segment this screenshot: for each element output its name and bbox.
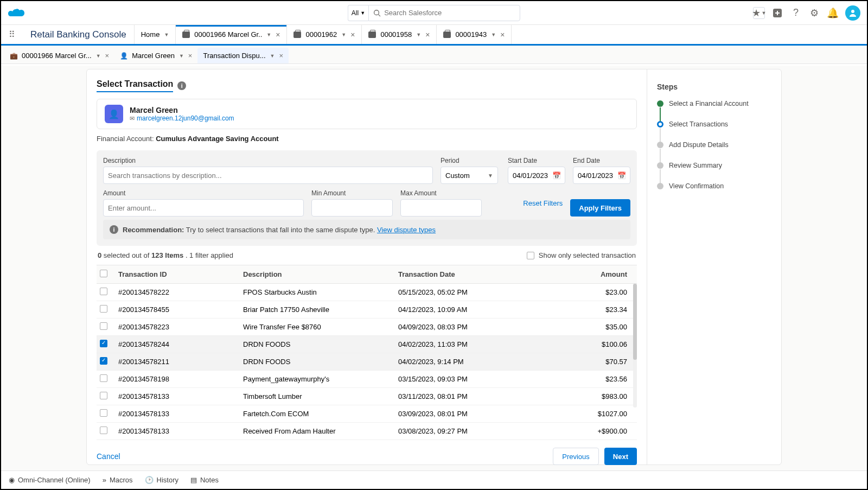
cell-id: #200134578455 bbox=[115, 306, 240, 314]
setup-gear-icon[interactable]: ⚙ bbox=[808, 7, 820, 19]
close-icon[interactable]: × bbox=[276, 30, 280, 39]
app-launcher-icon[interactable]: ⠿ bbox=[1, 25, 23, 44]
nav-tab[interactable]: 00001966 Marcel Gr..▼× bbox=[176, 25, 287, 44]
svg-point-3 bbox=[851, 10, 854, 13]
omni-channel-button[interactable]: ◉Omni-Channel (Online) bbox=[9, 476, 91, 484]
help-icon[interactable]: ? bbox=[790, 7, 802, 19]
cell-desc: FPOS Starbucks Austin bbox=[240, 288, 395, 296]
chevron-down-icon[interactable]: ▼ bbox=[179, 53, 184, 59]
row-checkbox[interactable] bbox=[100, 322, 107, 330]
history-button[interactable]: 🕑History bbox=[145, 476, 178, 484]
previous-button[interactable]: Previous bbox=[553, 448, 599, 465]
end-date-input[interactable]: 04/01/2023📅 bbox=[573, 167, 630, 184]
apply-filters-button[interactable]: Apply Filters bbox=[570, 199, 630, 217]
cell-date: 04/09/2023, 08:03 PM bbox=[395, 323, 525, 331]
step-item[interactable]: Review Summary bbox=[657, 162, 771, 182]
row-checkbox[interactable] bbox=[100, 427, 107, 434]
col-transaction-id[interactable]: Transaction ID bbox=[115, 270, 240, 278]
cell-amount: $23.34 bbox=[525, 306, 637, 314]
row-checkbox[interactable] bbox=[100, 288, 107, 295]
subtab[interactable]: 👤Marcel Green▼× bbox=[114, 48, 197, 63]
subtab-label: Marcel Green bbox=[132, 52, 175, 60]
selection-bar: 0 selected out of 123 Items . 1 filter a… bbox=[97, 246, 637, 265]
search-box[interactable] bbox=[368, 5, 520, 21]
row-checkbox[interactable] bbox=[100, 340, 107, 347]
next-button[interactable]: Next bbox=[604, 448, 637, 465]
amount-input[interactable] bbox=[103, 199, 304, 217]
cell-id: #200134578133 bbox=[115, 410, 240, 418]
close-icon[interactable]: × bbox=[105, 52, 110, 60]
end-date-label: End Date bbox=[573, 157, 630, 164]
close-icon[interactable]: × bbox=[500, 30, 505, 39]
step-item[interactable]: View Confirmation bbox=[657, 182, 771, 190]
row-checkbox[interactable] bbox=[100, 305, 107, 313]
col-amount[interactable]: Amount bbox=[525, 270, 637, 278]
section-title: Select Transaction i bbox=[97, 79, 637, 92]
table-row[interactable]: #200134578223Wire Transfer Fee $876004/0… bbox=[97, 319, 637, 336]
history-icon: 🕑 bbox=[145, 476, 154, 484]
chevron-down-icon[interactable]: ▼ bbox=[270, 53, 275, 59]
notifications-bell-icon[interactable]: 🔔 bbox=[827, 7, 839, 19]
reset-filters-link[interactable]: Reset Filters bbox=[523, 199, 563, 207]
step-item[interactable]: Add Dispute Details bbox=[657, 141, 771, 162]
subtab[interactable]: Transaction Dispu...▼× bbox=[197, 48, 289, 63]
search-icon bbox=[373, 9, 381, 17]
close-icon[interactable]: × bbox=[425, 30, 430, 39]
macros-button[interactable]: »Macros bbox=[103, 476, 133, 484]
table-row[interactable]: #200134578133Fartetch.Com ECOM03/09/2023… bbox=[97, 405, 637, 423]
add-button[interactable] bbox=[771, 7, 783, 19]
close-icon[interactable]: × bbox=[350, 30, 355, 39]
table-row[interactable]: #200134578198Payment_gatewaymurphy's03/1… bbox=[97, 371, 637, 388]
table-row[interactable]: #200134578455Briar Patch 17750 Asheville… bbox=[97, 301, 637, 319]
info-icon[interactable]: i bbox=[177, 81, 186, 90]
cancel-link[interactable]: Cancel bbox=[97, 452, 120, 461]
notes-button[interactable]: ▤Notes bbox=[190, 476, 219, 484]
table-row[interactable]: #200134578133Timbersoft Lumber03/11/2023… bbox=[97, 388, 637, 405]
close-icon[interactable]: × bbox=[188, 52, 193, 60]
table-scrollbar[interactable] bbox=[633, 284, 637, 408]
search-input[interactable] bbox=[384, 9, 515, 17]
row-checkbox[interactable] bbox=[100, 392, 107, 399]
period-select[interactable]: Custom▼ bbox=[441, 167, 498, 184]
table-row[interactable]: #200134578222FPOS Starbucks Austin05/15/… bbox=[97, 284, 637, 301]
step-dot-icon bbox=[657, 183, 663, 189]
chevron-down-icon[interactable]: ▼ bbox=[341, 32, 346, 37]
row-checkbox[interactable] bbox=[100, 374, 107, 382]
nav-tab[interactable]: 00001943▼× bbox=[437, 25, 512, 44]
cell-id: #200134578133 bbox=[115, 392, 240, 400]
row-checkbox[interactable] bbox=[100, 409, 107, 417]
nav-tab[interactable]: 00001958▼× bbox=[362, 25, 437, 44]
max-amount-input[interactable] bbox=[400, 199, 482, 217]
subtab[interactable]: 💼00001966 Marcel Gr...▼× bbox=[4, 48, 114, 63]
row-checkbox[interactable] bbox=[100, 357, 107, 365]
start-date-input[interactable]: 04/01/2023📅 bbox=[508, 167, 565, 184]
step-item[interactable]: Select Transactions bbox=[657, 120, 771, 141]
global-header: All▼ ★▼ ? ⚙ 🔔 bbox=[1, 1, 867, 25]
close-icon[interactable]: × bbox=[279, 52, 283, 60]
table-row[interactable]: #200134578133Received From Adam Haulter0… bbox=[97, 423, 637, 440]
customer-email[interactable]: ✉marcelgreen.12jun90@gmail.com bbox=[130, 114, 234, 122]
favorites-button[interactable]: ★▼ bbox=[753, 7, 765, 19]
description-input[interactable] bbox=[103, 167, 433, 184]
step-item[interactable]: Select a Financial Account bbox=[657, 100, 771, 120]
col-description[interactable]: Description bbox=[240, 270, 395, 278]
show-only-selected-toggle[interactable]: Show only selected transaction bbox=[527, 251, 636, 259]
salesforce-logo-icon bbox=[8, 7, 27, 20]
chevron-down-icon[interactable]: ▼ bbox=[491, 32, 496, 37]
view-dispute-types-link[interactable]: View dispute types bbox=[377, 226, 436, 234]
wizard-footer: Cancel Previous Next bbox=[97, 440, 637, 475]
user-avatar[interactable] bbox=[845, 5, 860, 21]
tab-label: 00001966 Marcel Gr.. bbox=[194, 30, 262, 39]
chevron-down-icon[interactable]: ▼ bbox=[266, 32, 271, 37]
table-row[interactable]: #200134578244DRDN FOODS04/02/2023, 11:03… bbox=[97, 336, 637, 353]
nav-tab[interactable]: 00001962▼× bbox=[287, 25, 362, 44]
chevron-down-icon[interactable]: ▼ bbox=[96, 53, 101, 59]
col-date[interactable]: Transaction Date bbox=[395, 270, 525, 278]
nav-home[interactable]: Home▼ bbox=[135, 25, 176, 44]
min-amount-input[interactable] bbox=[311, 199, 393, 217]
min-amount-label: Min Amount bbox=[311, 189, 393, 197]
select-all-checkbox[interactable] bbox=[100, 270, 107, 277]
chevron-down-icon[interactable]: ▼ bbox=[416, 32, 421, 37]
table-row[interactable]: #200134578211DRDN FOODS04/02/2023, 9:14 … bbox=[97, 353, 637, 371]
search-scope-dropdown[interactable]: All▼ bbox=[348, 5, 368, 21]
